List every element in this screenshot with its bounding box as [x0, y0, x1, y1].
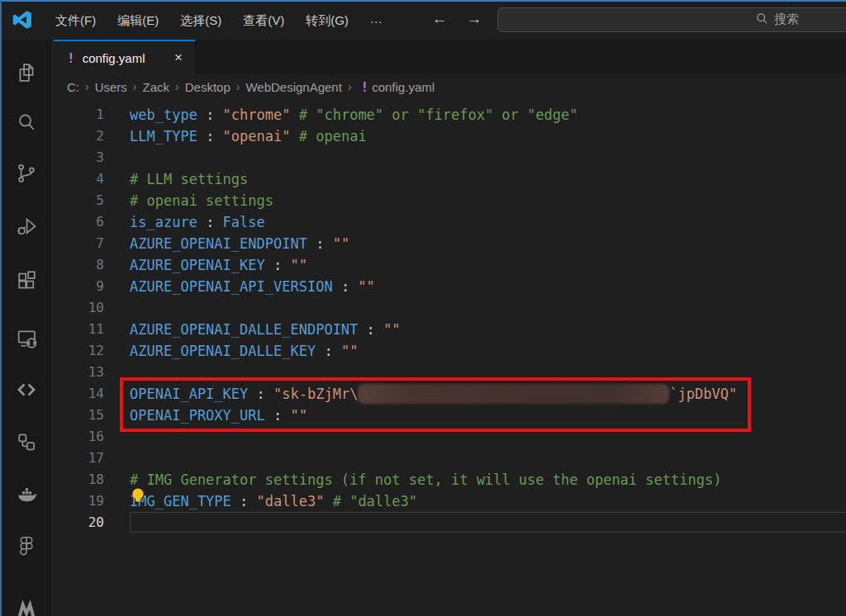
line-number[interactable]: 12	[54, 340, 104, 362]
code-line[interactable]: 18# IMG Generator settings (if not set, …	[54, 469, 846, 490]
tab-label: config.yaml	[83, 51, 145, 65]
line-number[interactable]: 13	[54, 362, 104, 383]
forward-button[interactable]: →	[463, 7, 486, 31]
yaml-file-icon: !	[67, 50, 75, 66]
breadcrumb-segment-webdesignagent[interactable]: WebDesignAgent	[244, 80, 343, 94]
breadcrumb-segment-zack[interactable]: Zack	[141, 80, 172, 94]
extensions-icon[interactable]	[15, 269, 38, 292]
run-debug-icon[interactable]	[15, 215, 38, 238]
line-number[interactable]: 16	[54, 426, 104, 448]
code-line[interactable]: 4# LLM settings	[54, 168, 846, 190]
code-line[interactable]: 10	[54, 297, 846, 319]
line-number[interactable]: 1	[54, 104, 104, 126]
code-line[interactable]: 19IMG_GEN_TYPE : "dalle3" # "dalle3"	[54, 490, 846, 512]
remote-explorer-icon[interactable]	[15, 327, 38, 350]
code-text: AZURE_OPENAI_KEY : ""	[130, 254, 307, 276]
line-number[interactable]: 14	[54, 383, 104, 405]
breadcrumb: C: › Users › Zack › Desktop › WebDesignA…	[54, 74, 846, 99]
editor-pane[interactable]: 1web_type : "chrome" # "chrome" or "fire…	[54, 99, 846, 616]
flowchart-icon[interactable]	[15, 430, 38, 453]
line-number[interactable]: 17	[54, 448, 104, 469]
breadcrumb-separator: ›	[171, 80, 183, 93]
line-number[interactable]: 19	[54, 490, 104, 512]
vscode-logo-icon[interactable]	[11, 9, 32, 34]
search-placeholder: 搜索	[774, 12, 799, 27]
breadcrumb-segment-users[interactable]: Users	[93, 80, 129, 94]
code-line[interactable]: 9AZURE_OPENAI_API_VERSION : ""	[54, 276, 846, 297]
code-line[interactable]: 20	[54, 512, 846, 533]
code-text: AZURE_OPENAI_DALLE_ENDPOINT : ""	[130, 319, 401, 340]
menu-item-edit[interactable]: 编辑(E)	[107, 9, 169, 33]
code-text: is_azure : False	[130, 211, 265, 233]
code-preview-icon[interactable]	[15, 378, 38, 401]
line-number[interactable]: 18	[54, 469, 104, 490]
menu-item-goto[interactable]: 转到(G)	[295, 9, 359, 33]
line-number[interactable]: 5	[54, 190, 104, 211]
line-number[interactable]: 3	[54, 147, 104, 168]
activity-bar	[0, 40, 53, 616]
line-number[interactable]: 10	[54, 297, 104, 319]
line-number[interactable]: 7	[54, 233, 104, 254]
code-lines: 1web_type : "chrome" # "chrome" or "fire…	[54, 104, 846, 533]
code-text: AZURE_OPENAI_ENDPOINT : ""	[130, 233, 349, 254]
breadcrumb-separator: ›	[344, 80, 356, 93]
tab-config-yaml[interactable]: ! config.yaml ×	[54, 40, 196, 74]
breadcrumb-segment-file[interactable]: config.yaml	[370, 80, 436, 94]
docker-icon[interactable]	[15, 482, 38, 505]
code-line[interactable]: 2LLM_TYPE : "openai" # openai	[54, 126, 846, 147]
code-line[interactable]: 12AZURE_OPENAI_DALLE_KEY : ""	[54, 340, 846, 362]
code-text: AZURE_OPENAI_DALLE_KEY : ""	[130, 340, 358, 362]
figma-icon[interactable]	[15, 533, 38, 557]
window-left-accent-border	[0, 0, 2, 616]
menu-item-more[interactable]: ···	[359, 10, 393, 32]
code-line[interactable]: 6is_azure : False	[54, 211, 846, 233]
annotation-red-box	[120, 377, 751, 432]
menu-bar: 文件(F) 编辑(E) 选择(S) 查看(V) 转到(G) ···	[45, 8, 393, 33]
line-number[interactable]: 15	[54, 405, 104, 426]
search-sidebar-icon[interactable]	[15, 111, 38, 134]
vscode-window: 文件(F) 编辑(E) 选择(S) 查看(V) 转到(G) ··· ← → 搜索	[0, 0, 846, 616]
back-button[interactable]: ←	[428, 7, 451, 31]
line-number[interactable]: 2	[54, 126, 104, 147]
line-number[interactable]: 9	[54, 276, 104, 297]
code-text: web_type : "chrome" # "chrome" or "firef…	[130, 104, 578, 126]
source-control-icon[interactable]	[15, 162, 38, 185]
code-line[interactable]: 5# openai settings	[54, 190, 846, 211]
window-top-accent-border	[0, 0, 846, 2]
menu-item-view[interactable]: 查看(V)	[232, 9, 295, 33]
breadcrumb-segment-desktop[interactable]: Desktop	[183, 80, 232, 94]
breadcrumb-separator: ›	[232, 80, 245, 93]
code-line[interactable]: 11AZURE_OPENAI_DALLE_ENDPOINT : ""	[54, 319, 846, 340]
code-text: # IMG Generator settings (if not set, it…	[130, 469, 721, 490]
code-line[interactable]: 3	[54, 147, 846, 168]
code-line[interactable]: 7AZURE_OPENAI_ENDPOINT : ""	[54, 233, 846, 254]
code-text: LLM_TYPE : "openai" # openai	[130, 126, 367, 147]
breadcrumb-separator: ›	[81, 80, 93, 93]
code-text: # LLM settings	[130, 168, 248, 190]
line-number[interactable]: 20	[54, 512, 104, 533]
line-number[interactable]: 6	[54, 211, 104, 233]
line-number[interactable]: 8	[54, 254, 104, 276]
explorer-icon[interactable]	[15, 61, 38, 84]
search-icon	[756, 12, 768, 27]
search-content: 搜索	[756, 12, 799, 27]
code-line[interactable]: 17	[54, 448, 846, 469]
m-logo-icon[interactable]	[15, 594, 38, 616]
menu-item-selection[interactable]: 选择(S)	[169, 9, 232, 33]
lightbulb-icon[interactable]	[130, 487, 146, 507]
tabs-bar: ! config.yaml ×	[54, 40, 846, 74]
code-text: IMG_GEN_TYPE : "dalle3" # "dalle3"	[130, 490, 417, 512]
command-center-search[interactable]: 搜索	[497, 7, 846, 32]
code-line[interactable]: 8AZURE_OPENAI_KEY : ""	[54, 254, 846, 276]
code-text: # openai settings	[130, 190, 273, 211]
breadcrumb-separator: ›	[129, 80, 141, 93]
line-number[interactable]: 11	[54, 319, 104, 340]
breadcrumb-segment-drive[interactable]: C:	[65, 80, 81, 94]
line-number[interactable]: 4	[54, 168, 104, 190]
title-bar: 文件(F) 编辑(E) 选择(S) 查看(V) 转到(G) ··· ← → 搜索	[0, 2, 846, 40]
menu-item-file[interactable]: 文件(F)	[45, 9, 107, 33]
code-line[interactable]: 1web_type : "chrome" # "chrome" or "fire…	[54, 104, 846, 126]
code-text: AZURE_OPENAI_API_VERSION : ""	[130, 276, 375, 297]
tab-close-icon[interactable]: ×	[172, 50, 185, 65]
breadcrumb-yaml-icon: !	[361, 79, 369, 95]
